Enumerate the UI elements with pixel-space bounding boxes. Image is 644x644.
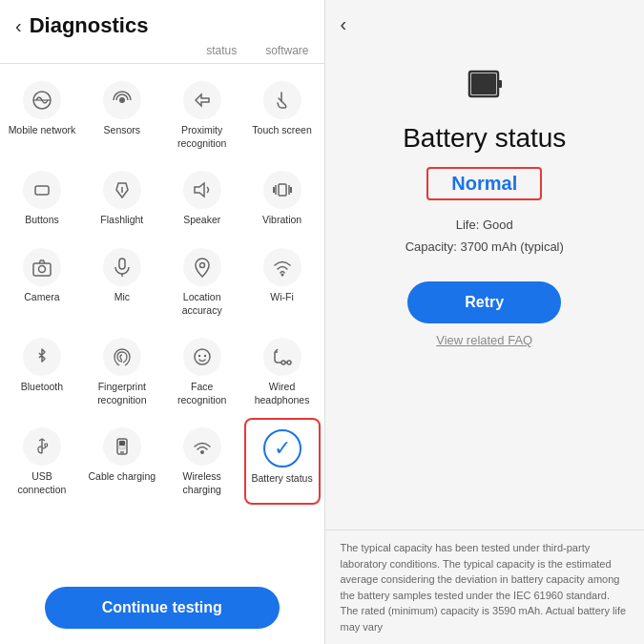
svg-marker-6	[195, 183, 204, 197]
right-panel: ‹ Battery status Normal Life: Good Capac…	[325, 0, 645, 644]
disclaimer-text: The typical capacity has been tested und…	[325, 530, 645, 644]
grid-item-usb[interactable]: USB connection	[4, 418, 80, 504]
grid-item-mic[interactable]: Mic	[84, 239, 160, 324]
flashlight-label: Flashlight	[100, 214, 143, 227]
svg-point-19	[197, 355, 199, 357]
sensors-icon	[103, 81, 141, 119]
camera-label: Camera	[24, 291, 59, 304]
grid-item-fingerprint[interactable]: Fingerprint recognition	[84, 328, 160, 414]
capacity-label: Capacity: 3700 mAh (typical)	[405, 236, 564, 258]
faq-link[interactable]: View related FAQ	[436, 333, 532, 347]
continue-btn-wrap: Continue testing	[0, 575, 324, 644]
grid-item-wifi[interactable]: Wi-Fi	[244, 239, 321, 324]
bluetooth-icon	[23, 338, 61, 376]
touch-screen-label: Touch screen	[252, 124, 311, 137]
location-label: Location accuracy	[168, 291, 237, 317]
battery-status-label: Battery status	[251, 472, 312, 486]
battery-status-icon: ✓	[263, 429, 301, 467]
grid-item-battery-status[interactable]: ✓Battery status	[244, 418, 321, 504]
proximity-icon	[183, 81, 221, 119]
sub-status-label: status	[206, 44, 237, 57]
svg-rect-14	[119, 259, 125, 269]
grid-item-sensors[interactable]: Sensors	[84, 72, 160, 157]
page-title: Diagnostics	[30, 13, 149, 38]
sub-software-label: software	[265, 44, 308, 57]
right-header: ‹	[325, 0, 645, 41]
svg-rect-30	[119, 441, 125, 446]
grid-item-vibration[interactable]: Vibration	[244, 161, 321, 235]
wired-label: Wired headphones	[248, 381, 317, 406]
mic-label: Mic	[114, 291, 130, 304]
battery-icon	[462, 60, 508, 115]
fingerprint-label: Fingerprint recognition	[88, 381, 156, 406]
grid-item-flashlight[interactable]: Flashlight	[84, 161, 160, 235]
svg-point-32	[200, 450, 204, 454]
check-icon: ✓	[274, 436, 291, 461]
sub-header: status software	[0, 44, 324, 64]
location-icon	[183, 248, 221, 286]
svg-point-16	[199, 262, 204, 267]
right-back-button[interactable]: ‹	[341, 13, 347, 34]
buttons-label: Buttons	[25, 214, 59, 227]
wired-icon	[263, 338, 301, 376]
svg-rect-35	[498, 80, 502, 88]
svg-point-21	[281, 361, 285, 364]
sensors-label: Sensors	[104, 124, 141, 137]
status-badge-text: Normal	[451, 173, 517, 194]
face-icon	[183, 338, 221, 376]
grid-item-wired[interactable]: Wired headphones	[244, 328, 321, 414]
usb-label: USB connection	[8, 470, 76, 496]
header: ‹ Diagnostics	[0, 0, 324, 44]
grid-item-touch-screen[interactable]: Touch screen	[244, 72, 321, 157]
life-label: Life: Good	[405, 214, 564, 236]
retry-button[interactable]: Retry	[407, 281, 561, 323]
grid-item-wireless[interactable]: Wireless charging	[164, 418, 240, 504]
svg-point-22	[287, 361, 291, 364]
touch-screen-icon	[263, 81, 301, 119]
mic-icon	[103, 248, 141, 286]
grid-item-proximity[interactable]: Proximity recognition	[164, 72, 240, 157]
svg-rect-34	[471, 73, 496, 94]
left-panel: ‹ Diagnostics status software Mobile net…	[0, 0, 324, 644]
grid-item-buttons[interactable]: Buttons	[4, 161, 80, 235]
fingerprint-icon	[103, 338, 141, 376]
face-label: Face recognition	[168, 381, 237, 406]
usb-icon	[23, 427, 61, 466]
continue-testing-button[interactable]: Continue testing	[45, 587, 280, 629]
grid-item-bluetooth[interactable]: Bluetooth	[4, 328, 80, 414]
cable-charging-icon	[103, 427, 141, 466]
svg-rect-3	[35, 186, 49, 195]
grid-item-face[interactable]: Face recognition	[164, 328, 240, 414]
proximity-label: Proximity recognition	[168, 124, 237, 150]
battery-content: Battery status Normal Life: Good Capacit…	[325, 41, 645, 530]
svg-point-13	[38, 265, 45, 272]
grid-item-camera[interactable]: Camera	[4, 239, 80, 324]
svg-point-18	[195, 349, 210, 364]
cable-charging-label: Cable charging	[88, 470, 156, 484]
grid-item-speaker[interactable]: Speaker	[164, 161, 240, 235]
bluetooth-label: Bluetooth	[21, 381, 63, 394]
speaker-label: Speaker	[183, 214, 220, 227]
diagnostics-grid-container: Mobile networkSensorsProximity recogniti…	[0, 64, 324, 575]
svg-point-2	[119, 97, 125, 103]
buttons-icon	[23, 171, 61, 209]
wifi-icon	[263, 248, 301, 286]
svg-point-20	[203, 355, 205, 357]
grid-item-mobile-network[interactable]: Mobile network	[4, 72, 80, 157]
wireless-icon	[183, 427, 221, 466]
mobile-network-icon	[23, 81, 61, 119]
back-button[interactable]: ‹	[15, 15, 22, 37]
wifi-label: Wi-Fi	[270, 291, 294, 304]
vibration-icon	[263, 171, 301, 209]
wireless-label: Wireless charging	[168, 470, 237, 496]
svg-point-17	[280, 273, 283, 276]
svg-rect-27	[45, 444, 48, 447]
battery-details: Life: Good Capacity: 3700 mAh (typical)	[405, 214, 564, 259]
camera-icon	[23, 248, 61, 286]
vibration-label: Vibration	[262, 214, 301, 227]
grid-item-location[interactable]: Location accuracy	[164, 239, 240, 324]
grid-item-cable-charging[interactable]: Cable charging	[84, 418, 160, 504]
diagnostics-grid: Mobile networkSensorsProximity recogniti…	[4, 72, 321, 505]
status-badge: Normal	[426, 167, 542, 200]
battery-status-title: Battery status	[403, 123, 566, 154]
